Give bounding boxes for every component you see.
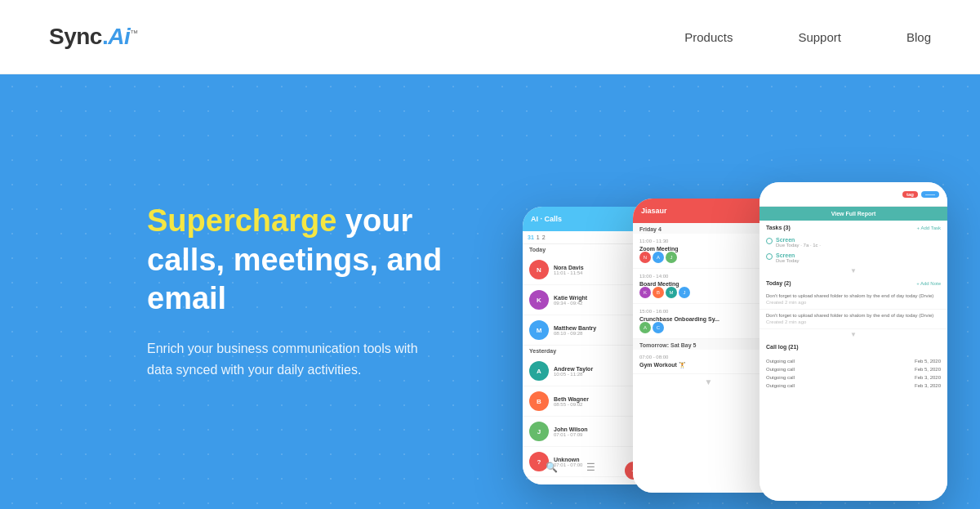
- call-log-item-1: Outgoing call Feb 5, 2020: [760, 357, 947, 365]
- meeting-avatars: N A J: [639, 252, 777, 263]
- phones-container: AI · Calls 31 1 2 Today N Nora Davis 11:…: [474, 84, 980, 509]
- meeting-avatars: K B M J: [639, 287, 777, 298]
- phone-report-body: View Full Report Tasks (3) + Add Task Sc…: [760, 207, 947, 501]
- tasks-section-header: Tasks (3) + Add Task: [760, 221, 947, 234]
- call-log-item-3: Outgoing call Feb 3, 2020: [760, 373, 947, 382]
- task-checkbox[interactable]: [766, 253, 773, 260]
- notes-section-header: Today (2) + Add Note: [760, 276, 947, 290]
- phone-report: tag —— View Full Report Tasks (3) + Add …: [760, 182, 947, 501]
- phone-icon-menu[interactable]: ☰: [586, 462, 595, 480]
- logo-ai: Ai: [108, 24, 130, 49]
- hero-subtext: Enrich your business communication tools…: [147, 338, 425, 382]
- logo: Sync.Ai™: [49, 24, 138, 50]
- view-full-report-btn[interactable]: View Full Report: [760, 207, 947, 221]
- logo-sync: Sync: [49, 24, 102, 49]
- avatar: K: [529, 290, 549, 310]
- header: Sync.Ai™ Products Support Blog: [0, 0, 980, 74]
- hero-highlight: Supercharge: [147, 203, 336, 238]
- nav-blog[interactable]: Blog: [906, 30, 931, 44]
- tag-pill-2: ——: [921, 191, 939, 198]
- task-item-1: Screen Due Today · 7a · 1c ·: [760, 234, 947, 250]
- avatar: A: [529, 361, 549, 381]
- call-log-item-4: Outgoing call Feb 3, 2020: [760, 382, 947, 390]
- meeting-avatars: A C: [639, 322, 777, 333]
- note-item-1: Don't forget to upload shared folder to …: [760, 290, 947, 310]
- hero-section: Supercharge your calls, meetings, and em…: [0, 74, 980, 509]
- avatar: N: [529, 260, 549, 279]
- hero-content: Supercharge your calls, meetings, and em…: [147, 202, 490, 381]
- task-checkbox[interactable]: [766, 238, 773, 244]
- avatar: M: [529, 320, 549, 340]
- avatar: J: [529, 422, 549, 441]
- phone-report-header: tag ——: [760, 182, 947, 207]
- main-nav: Products Support Blog: [684, 30, 931, 44]
- task-item-2: Screen Due Today: [760, 250, 947, 266]
- calls-section-header: Call log (21): [760, 340, 947, 354]
- call-log-item-2: Outgoing call Feb 5, 2020: [760, 365, 947, 373]
- task-expand[interactable]: ▼: [760, 266, 947, 276]
- call-log: Outgoing call Feb 5, 2020 Outgoing call …: [760, 354, 947, 393]
- logo-tm: ™: [130, 29, 138, 38]
- nav-products[interactable]: Products: [684, 30, 733, 44]
- tag-pill: tag: [902, 191, 918, 198]
- nav-support[interactable]: Support: [798, 30, 841, 44]
- hero-headline: Supercharge your calls, meetings, and em…: [147, 202, 490, 319]
- note-expand[interactable]: ▼: [760, 329, 947, 340]
- note-item-2: Don't forget to upload shared folder to …: [760, 310, 947, 329]
- avatar: B: [529, 391, 549, 411]
- phone-icon-search[interactable]: 🔍: [546, 462, 558, 480]
